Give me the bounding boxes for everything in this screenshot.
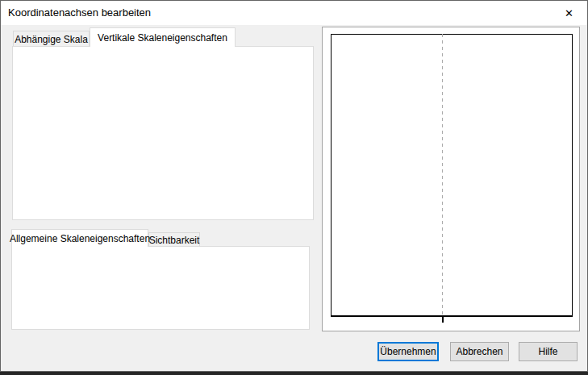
preview-plot-area <box>331 34 573 317</box>
close-button[interactable]: ✕ <box>551 1 587 25</box>
tab-label: Sichtbarkeit <box>149 235 200 246</box>
general-scale-tab-page <box>11 246 310 330</box>
vertical-scale-tab-page <box>12 46 314 220</box>
button-label: Abbrechen <box>456 346 503 357</box>
apply-button[interactable]: Übernehmen <box>377 342 439 361</box>
tab-label: Abhängige Skala <box>15 34 88 45</box>
tab-label: Allgemeine Skaleneigenschaften <box>10 233 150 244</box>
dialog-title: Koordinatenachsen bearbeiten <box>8 6 151 19</box>
tab-sichtbarkeit[interactable]: Sichtbarkeit <box>148 232 200 247</box>
tab-label: Vertikale Skaleneigenschaften <box>98 32 227 44</box>
tab-allgemeine-skaleneigenschaften[interactable]: Allgemeine Skaleneigenschaften <box>11 229 148 247</box>
axis-preview-panel <box>322 27 580 331</box>
dialog-koordinatenachsen-bearbeiten: Koordinatenachsen bearbeiten ✕ Abhängige… <box>0 0 588 372</box>
close-icon: ✕ <box>565 7 573 19</box>
screen-background: Koordinatenachsen bearbeiten ✕ Abhängige… <box>0 0 588 375</box>
preview-axis-tick <box>442 317 444 323</box>
title-bar: Koordinatenachsen bearbeiten ✕ <box>1 1 587 25</box>
button-label: Hilfe <box>538 346 557 357</box>
cancel-button[interactable]: Abbrechen <box>450 342 509 361</box>
preview-axis-dashed-line <box>442 34 443 317</box>
tab-vertikale-skaleneigenschaften[interactable]: Vertikale Skaleneigenschaften <box>90 27 236 47</box>
tab-abhaengige-skala[interactable]: Abhängige Skala <box>13 31 90 47</box>
button-label: Übernehmen <box>380 346 436 357</box>
help-button[interactable]: Hilfe <box>519 342 578 361</box>
